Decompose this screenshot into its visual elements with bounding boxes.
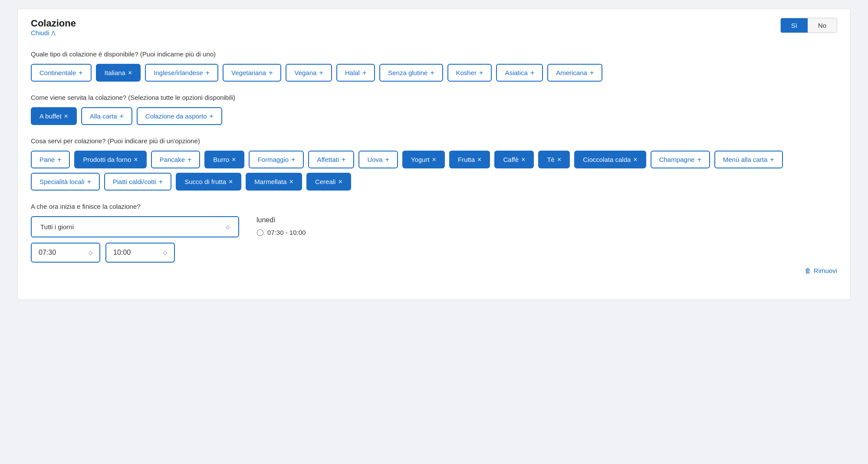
si-button[interactable]: Sì (781, 18, 808, 33)
tag-asiatica[interactable]: Asiatica+ (496, 64, 543, 82)
tag-burro[interactable]: Burro× (204, 151, 244, 168)
time-start-input[interactable]: 07:30 ◇ (31, 243, 100, 263)
tag-pane[interactable]: Pane+ (31, 151, 70, 168)
tag-caffe[interactable]: Caffè× (494, 151, 534, 168)
tag-formaggio[interactable]: Formaggio+ (249, 151, 304, 168)
tag-piatticaldi[interactable]: Piatti caldi/cotti+ (104, 173, 171, 191)
tag-vegana[interactable]: Vegana+ (286, 64, 332, 82)
tag-label-cioccolatacalda: Cioccolata calda (583, 156, 631, 163)
question3-section: Cosa servi per colazione? (Puoi indicare… (31, 137, 837, 191)
tag-asporto[interactable]: Colazione da asporto+ (137, 107, 222, 125)
trash-icon: 🗑 (805, 267, 811, 274)
tag-icon-halal: + (362, 69, 366, 76)
question3-tags: Pane+Prodotti da forno×Pancake+Burro×For… (31, 151, 837, 191)
question2-section: Come viene servita la colazione? (Selezi… (31, 94, 837, 125)
tag-label-burro: Burro (213, 156, 229, 163)
tag-icon-senzaglutine: + (430, 69, 434, 76)
select-arrow-icon: ◇ (226, 224, 230, 230)
no-button[interactable]: No (808, 18, 837, 33)
tag-icon-succo: × (229, 178, 233, 185)
time-left: Tutti i giorni ◇ 07:30 ◇ 10:00 ◇ (31, 216, 248, 263)
tag-affettati[interactable]: Affettati+ (308, 151, 354, 168)
tag-label-yogurt: Yogurt (411, 156, 430, 163)
tag-label-champagne: Champagne (659, 156, 695, 163)
time-inputs: 07:30 ◇ 10:00 ◇ (31, 243, 248, 263)
tag-icon-americana: + (590, 69, 594, 76)
tag-label-asiatica: Asiatica (505, 69, 528, 76)
tag-yogurt[interactable]: Yogurt× (402, 151, 445, 168)
tag-label-te: Tè (547, 156, 555, 163)
tag-icon-vegana: + (319, 69, 323, 76)
tag-icon-te: × (557, 156, 561, 163)
tag-icon-uova: + (385, 156, 389, 163)
question3-label: Cosa servi per colazione? (Puoi indicare… (31, 137, 837, 145)
tag-prodotti[interactable]: Prodotti da forno× (74, 151, 146, 168)
page-container: Colazione Chiudi ⋀ Sì No Quale tipo di c… (0, 9, 868, 464)
question4-label: A che ora inizia e finisce la colazione? (31, 203, 837, 210)
tag-uova[interactable]: Uova+ (358, 151, 398, 168)
tag-label-specialitalocali: Specialità locali (39, 178, 84, 185)
time-start-arrow-icon: ◇ (89, 250, 92, 256)
tag-frutta[interactable]: Frutta× (449, 151, 490, 168)
tag-label-formaggio: Formaggio (257, 156, 289, 163)
tag-label-affettati: Affettati (317, 156, 339, 163)
tag-icon-continentale: + (79, 69, 82, 76)
tag-succo[interactable]: Succo di frutta× (176, 173, 241, 191)
tag-icon-buffet: × (64, 113, 68, 120)
time-end-input[interactable]: 10:00 ◇ (105, 243, 175, 263)
tag-icon-kosher: + (479, 69, 483, 76)
tag-label-buffet: A buffet (39, 112, 62, 120)
tag-icon-piatticaldi: + (159, 178, 163, 185)
tag-icon-frutta: × (477, 156, 481, 163)
tag-label-senzaglutine: Senza glutine (388, 69, 427, 76)
remove-button[interactable]: 🗑 Rimuovi (805, 267, 837, 274)
tag-champagne[interactable]: Champagne+ (651, 151, 710, 168)
tag-cereali[interactable]: Cereali× (306, 173, 351, 191)
tag-label-inglese: Inglese/irlandese (154, 69, 203, 76)
tag-italiana[interactable]: Italiana× (96, 64, 141, 82)
tag-icon-cioccolatacalda: × (633, 156, 637, 163)
tag-label-vegetariana: Vegetariana (231, 69, 266, 76)
tag-cioccolatacalda[interactable]: Cioccolata calda× (574, 151, 646, 168)
tag-label-frutta: Frutta (458, 156, 475, 163)
day-label: lunedì (256, 216, 837, 224)
tag-label-vegana: Vegana (294, 69, 316, 76)
tag-icon-pane: + (57, 156, 61, 163)
tag-buffet[interactable]: A buffet× (31, 107, 77, 125)
tag-inglese[interactable]: Inglese/irlandese+ (145, 64, 218, 82)
time-display: ◯ 07:30 - 10:00 (256, 228, 837, 236)
days-select[interactable]: Tutti i giorni ◇ (31, 216, 239, 237)
tag-icon-prodotti: × (134, 156, 138, 163)
tag-vegetariana[interactable]: Vegetariana+ (223, 64, 281, 82)
tag-label-cereali: Cereali (315, 178, 336, 185)
tag-pancake[interactable]: Pancake+ (151, 151, 201, 168)
chiudi-link[interactable]: Chiudi ⋀ (31, 29, 76, 36)
tag-label-succo: Succo di frutta (184, 178, 226, 185)
tag-label-menuallacarta: Menù alla carta (723, 156, 768, 163)
tag-icon-menuallacarta: + (770, 156, 774, 163)
tag-label-prodotti: Prodotti da forno (83, 156, 131, 163)
tag-senzaglutine[interactable]: Senza glutine+ (379, 64, 443, 82)
tag-americana[interactable]: Americana+ (547, 64, 602, 82)
tag-allacarta[interactable]: Alla carta+ (81, 107, 132, 125)
tag-kosher[interactable]: Kosher+ (447, 64, 492, 82)
tag-icon-burro: × (232, 156, 236, 163)
tag-label-italiana: Italiana (105, 69, 125, 76)
time-row: Tutti i giorni ◇ 07:30 ◇ 10:00 ◇ (31, 216, 837, 263)
time-right: lunedì ◯ 07:30 - 10:00 (256, 216, 837, 236)
tag-specialitalocali[interactable]: Specialità locali+ (31, 173, 100, 191)
tag-label-asporto: Colazione da asporto (145, 112, 207, 120)
tag-halal[interactable]: Halal+ (336, 64, 375, 82)
tag-label-caffe: Caffè (503, 156, 519, 163)
tag-icon-asiatica: + (530, 69, 534, 76)
tag-icon-pancake: + (187, 156, 191, 163)
tag-marmellata[interactable]: Marmellata× (246, 173, 302, 191)
tag-label-uova: Uova (367, 156, 382, 163)
tag-menuallacarta[interactable]: Menù alla carta+ (714, 151, 783, 168)
question1-section: Quale tipo di colazione è disponibile? (… (31, 50, 837, 82)
tag-continentale[interactable]: Continentale+ (31, 64, 92, 82)
tag-te[interactable]: Tè× (538, 151, 570, 168)
question2-tags: A buffet×Alla carta+Colazione da asporto… (31, 107, 837, 125)
tag-icon-yogurt: × (432, 156, 436, 163)
question1-tags: Continentale+Italiana×Inglese/irlandese+… (31, 64, 837, 82)
